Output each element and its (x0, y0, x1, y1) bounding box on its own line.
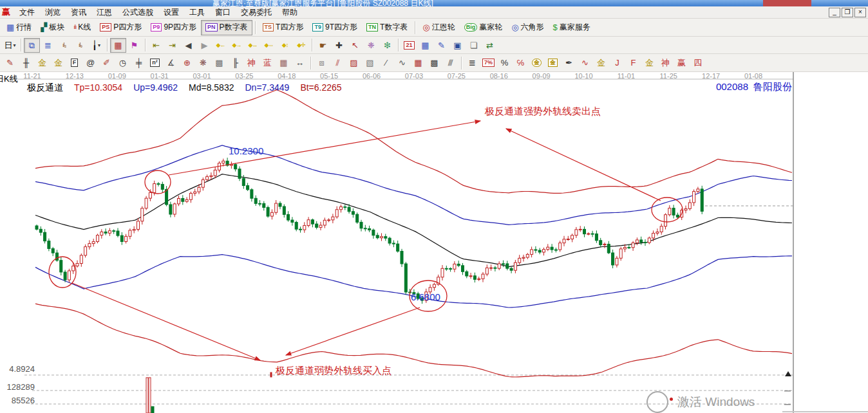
p-number-button[interactable]: PNP数字表 (201, 20, 252, 35)
gold-diag-2-icon[interactable]: 金 (641, 55, 657, 70)
zoom-h-out-icon[interactable]: ◆↔ (245, 38, 261, 53)
notes-icon[interactable]: ✎ (433, 38, 449, 53)
prev-bar-icon[interactable]: ◀ (180, 38, 196, 53)
restore-button[interactable]: ❐ (842, 8, 853, 17)
menu-item-file[interactable]: 文件 (14, 6, 40, 19)
calculator-icon[interactable]: ▦ (417, 38, 433, 53)
ink-pen-icon[interactable]: ✒ (561, 55, 577, 70)
percent-7-icon[interactable]: 7% (480, 55, 496, 70)
shen-tool-icon[interactable]: 神 (243, 55, 259, 70)
scale-ruler-icon[interactable]: ╪ (131, 55, 147, 70)
export-icon[interactable]: ❏ (466, 38, 482, 53)
pan-right-icon[interactable]: ◆→ (229, 38, 245, 53)
f-ruler-icon[interactable]: F (66, 55, 82, 70)
menu-item-trade[interactable]: 交易委托 (236, 6, 277, 19)
gold-circle-icon[interactable]: 金 (529, 55, 545, 70)
crosshair-icon[interactable]: ✚ (331, 38, 347, 53)
percent-icon[interactable]: % (496, 55, 513, 70)
save-icon[interactable]: ▣ (449, 38, 466, 53)
menu-item-tools[interactable]: 工具 (184, 6, 210, 19)
cycle-ruler-icon[interactable]: ╫ (18, 55, 34, 70)
time-circle-icon[interactable]: ◷ (115, 55, 131, 70)
spiral-tool-icon[interactable]: @ (82, 55, 99, 70)
trendline-pointer-icon[interactable]: ↖ (347, 38, 363, 53)
brush-tool-icon[interactable]: ✐ (99, 55, 115, 70)
p-square-button[interactable]: PSP四方形 (95, 20, 146, 35)
fan-gray-icon[interactable]: ▧ (362, 55, 378, 70)
grid-target-icon[interactable]: ▩ (211, 55, 227, 70)
t-square-button[interactable]: TST四方形 (258, 20, 308, 35)
hexagon-button[interactable]: ◎六角形 (507, 20, 548, 35)
gann-wheel-button[interactable]: ◎江恩轮 (418, 20, 459, 35)
9t-square-button[interactable]: T99T四方形 (308, 20, 362, 35)
gann-pattern-1-icon[interactable]: ❈ (363, 38, 379, 53)
kline-style-icon[interactable]: ╽▾ (88, 38, 104, 53)
menu-item-settings[interactable]: 设置 (158, 6, 184, 19)
percent-line-icon[interactable]: ℅ (513, 55, 529, 70)
span-arrows-icon[interactable]: ↔ (292, 55, 308, 70)
trend-line-icon[interactable]: ∕ (378, 55, 394, 70)
lan-tool-icon[interactable]: 蓝 (259, 55, 276, 70)
close-button[interactable]: × (854, 8, 866, 17)
shen-diag-icon[interactable]: 神 (657, 55, 674, 70)
n-square-icon[interactable]: n² (147, 55, 163, 70)
gold-diag-icon[interactable]: 金 (593, 55, 609, 70)
zoom-h-in-icon[interactable]: ◆⇔ (261, 38, 277, 53)
info-report-icon[interactable]: ≣ (40, 38, 56, 53)
transfer-icon[interactable]: ⇄ (482, 38, 498, 53)
zone-window-icon[interactable]: ⧉ (24, 38, 40, 53)
pivot-marks-icon[interactable]: ╟ (227, 55, 243, 70)
dark-grid-icon[interactable]: ▩ (426, 55, 442, 70)
zoom-v-icon[interactable]: ◆↕ (277, 38, 293, 53)
ying-diag-icon[interactable]: 赢 (674, 55, 690, 70)
parallel-lines-icon[interactable]: ⫻ (442, 55, 458, 70)
indicator-grid-icon[interactable]: ▦ (110, 38, 126, 53)
quotes-button[interactable]: ▦行情 (2, 20, 36, 35)
wave-tool-icon[interactable]: ∿ (577, 55, 593, 70)
gann-pattern-2-icon[interactable]: ❇ (379, 38, 395, 53)
angle-tool-icon[interactable]: ∡ (163, 55, 179, 70)
winner-wheel-button[interactable]: Big赢家轮 (460, 20, 507, 35)
signal-flag-icon[interactable]: ⚑ (126, 38, 142, 53)
skip-first-icon[interactable]: ⇤ (148, 38, 164, 53)
compass-circle-icon[interactable]: ⊕ (179, 55, 195, 70)
minimize-button[interactable]: _ (829, 8, 840, 17)
zoom-all-icon[interactable]: ◆✛ (293, 38, 309, 53)
overlay-chart-9-icon[interactable]: ıl₉ (72, 38, 88, 53)
menu-item-news[interactable]: 资讯 (66, 6, 91, 19)
menu-item-help[interactable]: 帮助 (277, 6, 303, 19)
menu-item-browse[interactable]: 浏览 (40, 6, 66, 19)
9p-square-button[interactable]: P99P四方形 (146, 20, 201, 35)
sectors-button[interactable]: ▞板块 (36, 20, 69, 35)
pencil-tool-icon[interactable]: ✎ (2, 55, 18, 70)
j-diag-icon[interactable]: J (609, 55, 625, 70)
kline-button[interactable]: ılıK线 (69, 20, 95, 35)
calendar-icon[interactable]: 21 (401, 38, 417, 53)
menu-item-window[interactable]: 窗口 (210, 6, 236, 19)
skip-last-icon[interactable]: ⇥ (164, 38, 180, 53)
ratio-list-icon[interactable]: ≣ (464, 55, 480, 70)
box-select-icon[interactable]: ⧈ (314, 55, 330, 70)
pan-left-icon[interactable]: ◆← (212, 38, 229, 53)
next-bar-icon[interactable]: ▶ (196, 38, 212, 53)
fan-box-icon[interactable]: ▨ (346, 55, 362, 70)
si-diag-icon[interactable]: 四 (690, 55, 706, 70)
zigzag-line-icon[interactable]: ∿ (394, 55, 410, 70)
pan-hand-icon[interactable]: ☛ (315, 38, 331, 53)
radial-web-icon[interactable]: ❋ (195, 55, 211, 70)
menu-item-formula-select[interactable]: 公式选股 (117, 6, 158, 19)
t-number-button[interactable]: TNT数字表 (362, 20, 412, 35)
titlebar-close-icon[interactable] (763, 0, 811, 6)
menu-item-gann[interactable]: 江恩 (91, 6, 117, 19)
winner-service-button[interactable]: $赢家服务 (549, 20, 595, 35)
overlay-chart-3-icon[interactable]: ıl₃ (56, 38, 72, 53)
f-diag-icon[interactable]: F (625, 55, 641, 70)
red-grid-icon[interactable]: ▦ (410, 55, 426, 70)
gold-ruler-2-icon[interactable]: 金 (50, 55, 66, 70)
gold-line-icon[interactable]: 金 (545, 55, 561, 70)
grid-tool-icon[interactable]: ▦ (276, 55, 292, 70)
chart-canvas[interactable]: 日K线 11-2112-1301-0901-3103-0103-2504-180… (0, 72, 868, 413)
period-day-selector[interactable]: 日▾ (2, 38, 18, 53)
fan-lines-icon[interactable]: ⫽ (330, 55, 346, 70)
gold-ruler-1-icon[interactable]: 金 (34, 55, 50, 70)
